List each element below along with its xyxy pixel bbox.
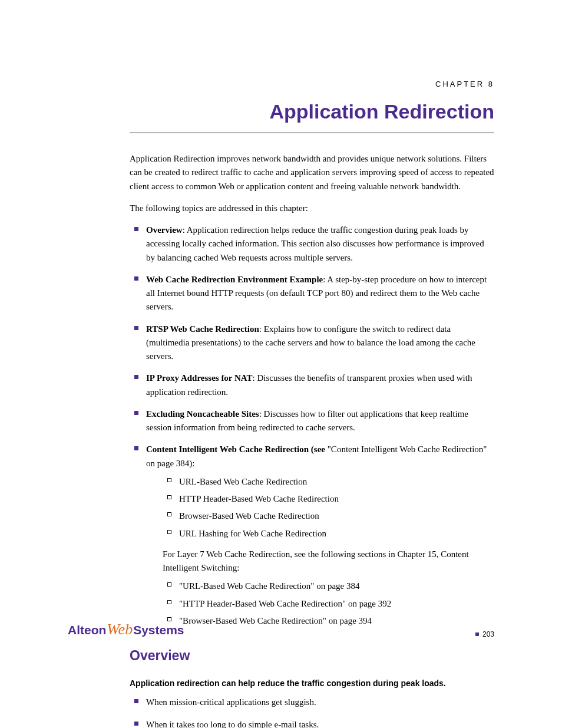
sub-list-item: URL Hashing for Web Cache Redirection (146, 527, 494, 541)
list-item-label: Web Cache Redirection Environment Exampl… (146, 275, 323, 284)
list-item: RTSP Web Cache Redirection: Explains how… (130, 322, 494, 364)
cross-ref[interactable]: "Browser-Based Web Cache Redirection" on… (179, 616, 372, 625)
list-item-text: : Application redirection helps reduce t… (146, 225, 484, 262)
title-rule (130, 133, 494, 133)
page: CHAPTER 8 Application Redirection Applic… (0, 0, 562, 728)
overview-heading: Overview (130, 645, 494, 667)
chapter-title: Application Redirection (269, 100, 494, 123)
logo-part-web: Web (106, 621, 133, 638)
list-item: When mission-critical applications get s… (130, 696, 494, 709)
overview-subhead: Application redirection can help reduce … (130, 677, 494, 690)
sub-note: For Layer 7 Web Cache Redirection, see t… (146, 548, 494, 575)
list-item: When it takes too long to do simple e-ma… (130, 718, 494, 728)
intro-para: Application Redirection improves network… (130, 152, 494, 193)
footer-logo: AlteonWebSystems (68, 621, 184, 638)
topic-list: Overview: Application redirection helps … (130, 223, 494, 628)
list-item-label: Overview (146, 225, 183, 235)
cross-ref[interactable]: "URL-Based Web Cache Redirection" on pag… (179, 581, 360, 591)
square-icon (475, 633, 479, 636)
list-item: IP Proxy Addresses for NAT: Discusses th… (130, 371, 494, 399)
list-item: Web Cache Redirection Environment Exampl… (130, 273, 494, 314)
list-item-label: Content Intelligent Web Cache Redirectio… (146, 444, 328, 454)
chapter-label: CHAPTER 8 (435, 80, 494, 88)
sub-list-item: "HTTP Header-Based Web Cache Redirection… (146, 597, 494, 611)
cross-ref[interactable]: "HTTP Header-Based Web Cache Redirection… (179, 599, 391, 608)
list-item: Excluding Noncacheable Sites: Discusses … (130, 407, 494, 435)
sub-list-item: "Browser-Based Web Cache Redirection" on… (146, 614, 494, 628)
sub-list-item: Browser-Based Web Cache Redirection (146, 509, 494, 523)
page-number: 203 (482, 630, 494, 638)
sub-list-item: URL-Based Web Cache Redirection (146, 475, 494, 489)
sub-list-item: HTTP Header-Based Web Cache Redirection (146, 492, 494, 506)
list-item-text: ): (189, 459, 194, 468)
sub-list-item: "URL-Based Web Cache Redirection" on pag… (146, 579, 494, 593)
footer-page-number: 203 (475, 630, 494, 638)
list-item: Overview: Application redirection helps … (130, 223, 494, 265)
list-item-label: IP Proxy Addresses for NAT (146, 373, 253, 383)
sub-note-text: For Layer 7 Web Cache Redirection, see t… (163, 549, 441, 559)
list-item-label: Excluding Noncacheable Sites (146, 409, 259, 419)
sub-list-2: "URL-Based Web Cache Redirection" on pag… (146, 579, 494, 628)
list-item-label: RTSP Web Cache Redirection (146, 324, 259, 334)
sub-list: URL-Based Web Cache Redirection HTTP Hea… (146, 475, 494, 541)
logo-part-systems: Systems (133, 623, 184, 637)
summary-list: When mission-critical applications get s… (130, 696, 494, 728)
list-item: Content Intelligent Web Cache Redirectio… (130, 443, 494, 628)
logo-part-alteon: Alteon (68, 623, 106, 637)
topics-lead: The following topics are addressed in th… (130, 202, 494, 215)
content-area: Application Redirection improves network… (130, 152, 494, 728)
